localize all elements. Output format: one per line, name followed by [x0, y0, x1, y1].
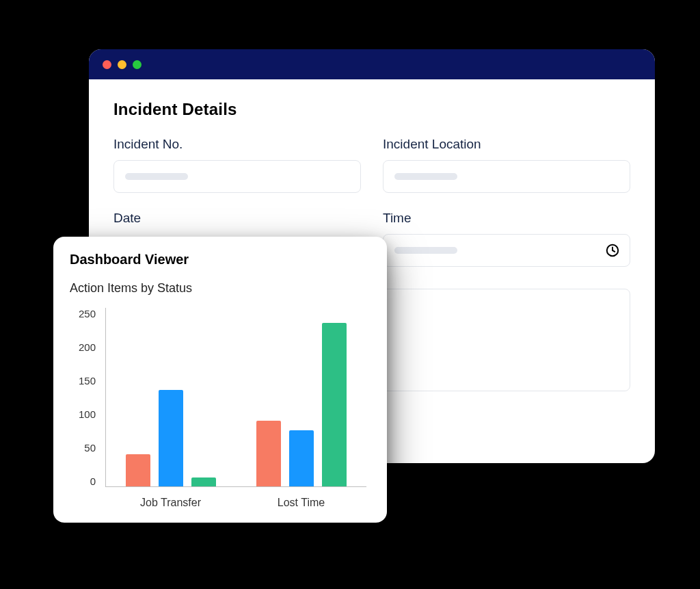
y-tick: 250 [70, 308, 96, 319]
dashboard-card: Dashboard Viewer Action Items by Status … [53, 237, 387, 523]
y-tick: 200 [70, 341, 96, 353]
bar [159, 390, 183, 486]
bar [256, 421, 281, 486]
x-tick: Lost Time [236, 493, 366, 513]
y-axis: 250200150100500 [70, 308, 100, 487]
placeholder-skeleton [394, 247, 457, 254]
y-tick: 100 [70, 408, 96, 420]
bar [126, 454, 150, 486]
x-tick: Job Transfer [105, 493, 236, 513]
label-time: Time [383, 211, 630, 226]
bar [191, 477, 216, 486]
y-tick: 150 [70, 375, 96, 387]
minimize-window-dot[interactable] [118, 60, 126, 69]
input-incident-location[interactable] [383, 160, 630, 193]
field-incident-no: Incident No. [113, 137, 361, 193]
label-incident-location: Incident Location [383, 137, 630, 152]
placeholder-skeleton [125, 173, 188, 180]
bar-group [256, 323, 347, 486]
clock-icon [605, 243, 620, 258]
bar-group [126, 390, 216, 486]
bar [322, 323, 347, 486]
dashboard-title: Dashboard Viewer [70, 252, 371, 267]
label-date: Date [113, 211, 361, 226]
input-time[interactable] [383, 234, 630, 267]
placeholder-skeleton [394, 173, 457, 180]
x-axis: Job TransferLost Time [105, 493, 366, 513]
field-incident-location: Incident Location [383, 137, 630, 193]
field-time: Time [383, 211, 630, 267]
dashboard-subtitle: Action Items by Status [70, 281, 371, 296]
section-title: Incident Details [113, 100, 630, 119]
window-titlebar [89, 49, 655, 79]
plot-area [105, 308, 366, 487]
bar-chart: 250200150100500 Job TransferLost Time [70, 308, 371, 513]
close-window-dot[interactable] [103, 60, 111, 69]
y-tick: 50 [70, 442, 96, 454]
label-incident-no: Incident No. [113, 137, 361, 152]
bar [289, 430, 314, 486]
maximize-window-dot[interactable] [133, 60, 142, 69]
y-tick: 0 [70, 475, 96, 487]
input-incident-no[interactable] [113, 160, 361, 193]
